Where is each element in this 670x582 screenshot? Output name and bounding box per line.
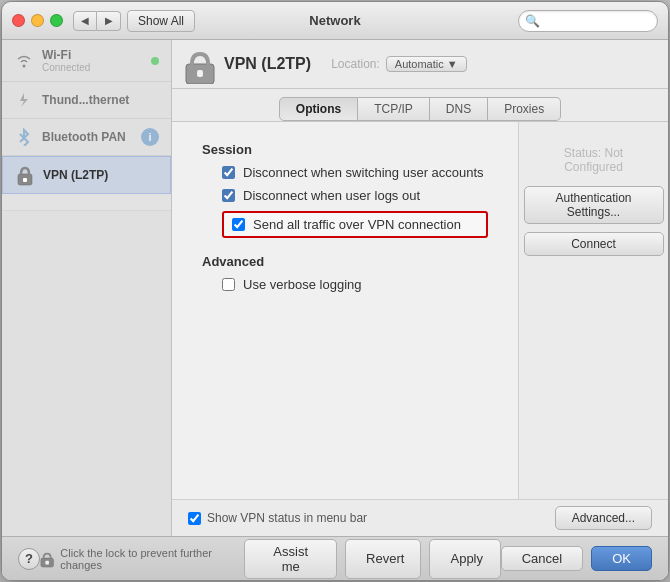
tab-dns[interactable]: DNS [430,97,488,121]
session-title: Session [202,142,488,157]
wifi-status-dot [151,57,159,65]
vpn-header: VPN (L2TP) Location: Automatic ▼ [172,40,668,89]
bluetooth-info-detail: i [141,128,159,146]
nav-buttons: ◀ ▶ [73,11,121,31]
tab-bar: Options TCP/IP DNS Proxies [172,89,668,122]
show-vpn-label: Show VPN status in menu bar [207,511,367,525]
sidebar: Wi-Fi Connected Thund...thernet [2,40,172,536]
search-icon: 🔍 [525,14,540,28]
sidebar-item-wifi[interactable]: Wi-Fi Connected [2,40,171,82]
svg-rect-2 [23,178,27,182]
sidebar-wifi-text: Wi-Fi Connected [42,48,90,73]
vpn-sidebar-icon [15,165,35,185]
sidebar-item-vpn[interactable]: VPN (L2TP) [2,156,171,194]
minimize-button[interactable] [31,14,44,27]
sidebar-bluetooth-text: Bluetooth PAN [42,130,126,144]
location-area: Location: Automatic ▼ [331,56,467,72]
location-menu-button[interactable]: Automatic ▼ [386,56,467,72]
disconnect-logout-row: Disconnect when user logs out [202,188,488,203]
disconnect-accounts-checkbox[interactable] [222,166,235,179]
ok-button[interactable]: OK [591,546,652,571]
settings-panel: Session Disconnect when switching user a… [172,122,518,499]
bottom-center: Click the lock to prevent further change… [40,539,501,579]
panel-body: Session Disconnect when switching user a… [172,122,668,499]
status-label: Status: Not Configured [529,142,658,178]
thunderbolt-icon [14,90,34,110]
verbose-logging-row: Use verbose logging [202,277,488,292]
apply-button[interactable]: Apply [429,539,500,579]
wifi-status-detail [151,57,159,65]
sidebar-item-thunderbolt[interactable]: Thund...thernet [2,82,171,119]
send-all-traffic-row: Send all traffic over VPN connection [222,211,488,238]
svg-rect-6 [45,560,49,564]
back-button[interactable]: ◀ [73,11,97,31]
disconnect-logout-checkbox[interactable] [222,189,235,202]
help-button[interactable]: ? [18,548,40,570]
assist-me-button[interactable]: Assist me [244,539,337,579]
send-all-traffic-checkbox[interactable] [232,218,245,231]
search-box: 🔍 [518,10,658,32]
disconnect-accounts-row: Disconnect when switching user accounts [202,165,488,180]
right-panel: Status: Not Configured Authentication Se… [518,122,668,499]
vpn-header-title: VPN (L2TP) [224,55,311,73]
forward-button[interactable]: ▶ [97,11,121,31]
verbose-logging-checkbox[interactable] [222,278,235,291]
info-badge: i [141,128,159,146]
traffic-lights [12,14,63,27]
connect-button[interactable]: Connect [524,232,664,256]
bottom-bar: ? Click the lock to prevent further chan… [2,536,668,580]
zoom-button[interactable] [50,14,63,27]
bottom-right: Cancel OK [501,546,652,571]
titlebar: ◀ ▶ Show All Network 🔍 [2,2,668,40]
sidebar-vpn-text: VPN (L2TP) [43,168,108,182]
sidebar-item-bluetooth[interactable]: Bluetooth PAN i [2,119,171,156]
tab-proxies[interactable]: Proxies [488,97,561,121]
main-panel: VPN (L2TP) Location: Automatic ▼ Options… [172,40,668,536]
svg-rect-4 [197,70,203,77]
window-title: Network [309,13,360,28]
tab-tcpip[interactable]: TCP/IP [358,97,430,121]
vpn-header-icon [184,48,216,80]
wifi-icon [14,51,34,71]
auth-settings-button[interactable]: Authentication Settings... [524,186,664,224]
sidebar-item-empty [2,194,171,211]
send-all-traffic-label: Send all traffic over VPN connection [253,217,461,232]
verbose-logging-label: Use verbose logging [243,277,362,292]
advanced-title: Advanced [202,254,488,269]
svg-point-0 [23,64,26,67]
lock-icon[interactable] [40,550,54,568]
panel-main: Session Disconnect when switching user a… [172,122,518,499]
vpn-menubar-row: Show VPN status in menu bar Advanced... [172,499,668,536]
show-vpn-checkbox[interactable] [188,512,201,525]
advanced-button[interactable]: Advanced... [555,506,652,530]
content-area: Wi-Fi Connected Thund...thernet [2,40,668,536]
advanced-section: Advanced Use verbose logging [202,254,488,292]
revert-button[interactable]: Revert [345,539,421,579]
sidebar-thunderbolt-text: Thund...thernet [42,93,129,107]
cancel-button[interactable]: Cancel [501,546,583,571]
bluetooth-icon [14,127,34,147]
tab-options[interactable]: Options [279,97,358,121]
disconnect-logout-label: Disconnect when user logs out [243,188,420,203]
disconnect-accounts-label: Disconnect when switching user accounts [243,165,484,180]
show-all-button[interactable]: Show All [127,10,195,32]
main-window: ◀ ▶ Show All Network 🔍 [1,1,669,581]
lock-text: Click the lock to prevent further change… [60,547,236,571]
lock-area: Click the lock to prevent further change… [40,539,236,579]
close-button[interactable] [12,14,25,27]
show-vpn-area: Show VPN status in menu bar [188,511,367,525]
